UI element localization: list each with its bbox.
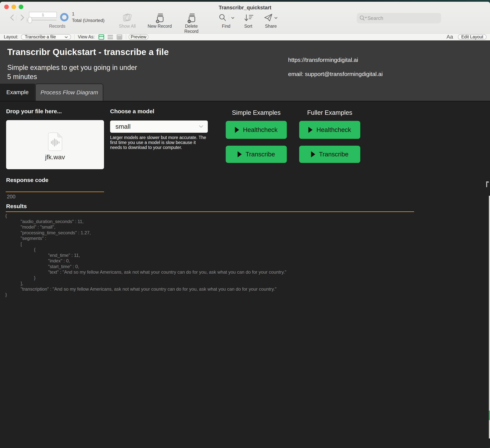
- find-menu-divider: [229, 15, 229, 20]
- delete-record-icon[interactable]: [187, 13, 196, 24]
- layout-content: Transcribr Quickstart - transcribe a fil…: [0, 41, 490, 448]
- play-icon: [308, 127, 313, 133]
- json-line: "end_time" : 11,: [0, 252, 467, 258]
- titlebar-toolbar: Transcribr_quickstart 1 1 Total (Unsorte…: [0, 2, 490, 34]
- find-icon[interactable]: [219, 14, 227, 23]
- page-title: Transcribr Quickstart - transcribe a fil…: [7, 47, 169, 57]
- share-chevron-down-icon[interactable]: [274, 17, 278, 20]
- button-label: Healthcheck: [316, 126, 351, 134]
- fuller-transcribe-button[interactable]: Transcribe: [299, 146, 360, 163]
- sort-status: Total (Unsorted): [72, 17, 105, 24]
- results-json-block: {"audio_duration_seconds" : 11,"model" :…: [0, 213, 467, 297]
- json-line: "index" : 0,: [0, 258, 467, 264]
- find-chevron-down-icon[interactable]: [231, 17, 235, 20]
- sort-icon[interactable]: [244, 14, 254, 23]
- share-label: Share: [262, 24, 280, 29]
- layout-bar-divider: [126, 34, 126, 40]
- model-help-text: Larger models are slower but more accura…: [110, 135, 207, 150]
- audio-file-icon: [47, 132, 63, 151]
- preview-button[interactable]: Preview: [129, 34, 149, 40]
- sort-label: Sort: [241, 24, 255, 29]
- dropped-file-name: jfk.wav: [6, 153, 104, 161]
- tab-example[interactable]: Example: [0, 84, 35, 101]
- file-drop-zone[interactable]: jfk.wav: [6, 120, 104, 169]
- app-window: Transcribr_quickstart 1 1 Total (Unsorte…: [0, 2, 490, 448]
- json-line: "text" : "And so my fellow Americans, as…: [0, 269, 467, 275]
- email-link[interactable]: email: support@transformingdigital.ai: [288, 71, 383, 77]
- search-icon: [359, 15, 367, 21]
- next-record-button[interactable]: [18, 13, 26, 22]
- found-count: 1: [72, 11, 105, 17]
- model-selected-value: small: [115, 120, 131, 132]
- share-icon[interactable]: [264, 13, 273, 23]
- button-label: Healthcheck: [243, 126, 278, 134]
- table-view-icon[interactable]: [117, 34, 122, 40]
- new-record-icon[interactable]: [156, 13, 165, 24]
- found-set-pie-icon[interactable]: [60, 13, 69, 21]
- chevron-down-icon: [64, 36, 68, 38]
- layout-selected-value: Transcribe a file: [25, 35, 56, 39]
- background-window-edge-green: [489, 411, 490, 420]
- json-line: "segments" :: [0, 235, 467, 241]
- formatting-bar-toggle[interactable]: Aa: [446, 34, 453, 40]
- show-all-label: Show All: [114, 24, 140, 29]
- json-line: }: [0, 292, 467, 297]
- drop-file-label: Drop your file here...: [6, 108, 62, 115]
- search-input[interactable]: Search: [357, 13, 441, 23]
- tab-process-flow-diagram[interactable]: Process Flow Diagram: [35, 84, 103, 101]
- response-code-underline: [6, 192, 104, 192]
- layout-selector[interactable]: Transcribe a file: [21, 34, 71, 40]
- chevron-down-icon: [199, 125, 204, 128]
- page-subtitle-line2: 5 minutes: [7, 73, 37, 81]
- json-line: "start_time" : 0,: [0, 264, 467, 269]
- model-select[interactable]: small: [110, 120, 208, 133]
- slider-thumb[interactable]: [28, 17, 32, 23]
- list-view-icon[interactable]: [107, 35, 113, 40]
- play-icon: [311, 151, 315, 157]
- records-group-label: Records: [43, 24, 71, 29]
- desktop-background: Transcribr_quickstart 1 1 Total (Unsorte…: [0, 0, 490, 448]
- json-line: [: [0, 241, 467, 247]
- response-code-label: Response code: [6, 177, 48, 183]
- layout-bar-divider: [74, 34, 75, 40]
- choose-model-label: Choose a model: [110, 108, 154, 115]
- record-count: 1 Total (Unsorted): [72, 11, 105, 24]
- website-link[interactable]: https://transformingdigital.ai: [288, 57, 358, 63]
- json-line: "model" : "small",: [0, 224, 467, 230]
- fuller-examples-header: Fuller Examples: [299, 109, 360, 116]
- background-window-edge: [489, 420, 490, 439]
- show-all-icon[interactable]: [123, 13, 132, 23]
- simple-healthcheck-button[interactable]: Healthcheck: [226, 121, 287, 139]
- page-subtitle-line1: Simple examples to get you going in unde…: [7, 63, 137, 72]
- json-line: "audio_duration_seconds" : 11,: [0, 219, 467, 224]
- edit-layout-button[interactable]: Edit Layout: [458, 34, 487, 40]
- json-line: "transcription" : "And so my fellow Amer…: [0, 286, 467, 292]
- results-label: Results: [6, 203, 27, 209]
- search-placeholder: Search: [368, 13, 383, 23]
- simple-transcribe-button[interactable]: Transcribe: [226, 146, 287, 163]
- results-underline: [6, 211, 414, 212]
- view-as-label: View As:: [78, 34, 95, 40]
- response-code-value: 200: [7, 194, 16, 200]
- new-record-label: New Record: [147, 24, 173, 29]
- form-view-icon[interactable]: [98, 34, 104, 40]
- json-line: {: [0, 213, 467, 219]
- layout-bar: Layout: Transcribe a file View As:: [0, 34, 490, 40]
- layout-label: Layout:: [4, 34, 18, 40]
- button-label: Transcribe: [319, 151, 349, 158]
- record-slider[interactable]: [27, 17, 57, 24]
- window-title: Transcribr_quickstart: [0, 5, 490, 11]
- background-window-edge: [489, 196, 490, 411]
- play-icon: [237, 151, 242, 157]
- json-line: ],: [0, 280, 467, 286]
- json-line: }: [0, 275, 467, 281]
- delete-record-label: Delete Record: [177, 24, 205, 34]
- find-label: Find: [218, 24, 235, 29]
- fuller-healthcheck-button[interactable]: Healthcheck: [299, 121, 360, 139]
- button-label: Transcribe: [245, 151, 275, 158]
- previous-record-button[interactable]: [9, 13, 16, 22]
- simple-examples-header: Simple Examples: [226, 109, 287, 116]
- play-icon: [235, 127, 239, 133]
- background-window-fragment: [486, 181, 489, 187]
- json-line: {: [0, 247, 467, 252]
